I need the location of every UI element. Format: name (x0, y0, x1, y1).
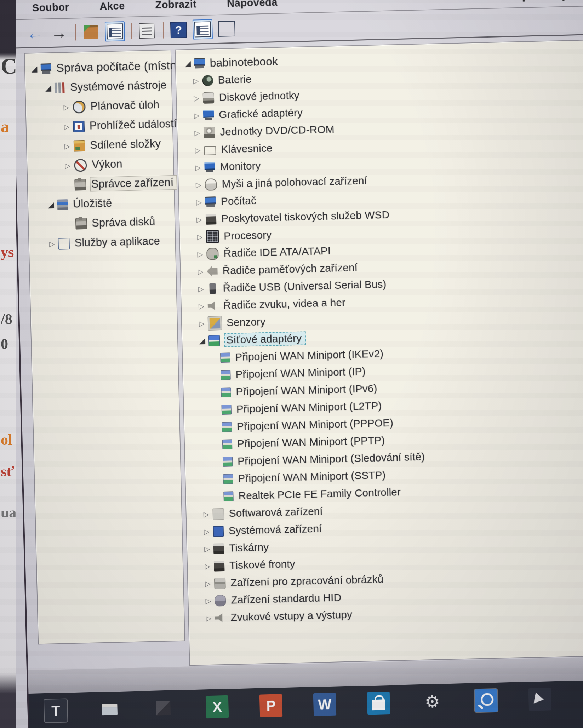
tree-item[interactable]: ◢Systémové nástroje (25, 75, 172, 98)
properties-button[interactable] (137, 21, 157, 41)
menu-soubor[interactable]: Soubor (32, 1, 69, 13)
expander-collapsed-icon[interactable]: ▷ (195, 302, 208, 310)
menu-zobrazit[interactable]: Zobrazit (155, 0, 197, 11)
tree-item-label[interactable]: Připojení WAN Miniport (SSTP) (237, 469, 389, 485)
expander-collapsed-icon[interactable]: ▷ (61, 161, 74, 170)
tree-item-label[interactable]: Počítač (220, 194, 259, 208)
tree-item-label[interactable]: Zařízení standardu HID (230, 591, 344, 607)
tree-item[interactable]: Správce zařízení (28, 173, 174, 196)
tree-item[interactable]: ▷Výkon (27, 153, 173, 176)
tree-item-label[interactable]: Sdílené složky (89, 137, 164, 153)
tree-item-label[interactable]: Monitory (219, 159, 264, 173)
taskbar-file-explorer[interactable] (98, 698, 121, 721)
expander-collapsed-icon[interactable]: ▷ (200, 510, 213, 518)
expander-collapsed-icon[interactable]: ▷ (194, 267, 207, 276)
tree-item-label[interactable]: Připojení WAN Miniport (L2TP) (235, 399, 384, 416)
taskbar-word[interactable]: W (313, 693, 336, 716)
expander-collapsed-icon[interactable]: ▷ (195, 319, 208, 328)
expander-collapsed-icon[interactable]: ▷ (201, 579, 215, 588)
taskbar-store[interactable] (367, 692, 390, 715)
expander-collapsed-icon[interactable]: ▷ (194, 250, 207, 258)
tree-item-label[interactable]: Systémová zařízení (228, 522, 325, 537)
expander-collapsed-icon[interactable]: ▷ (192, 163, 205, 172)
taskbar-powerpoint[interactable]: P (259, 694, 282, 717)
expander-collapsed-icon[interactable]: ▷ (60, 103, 73, 111)
expander-collapsed-icon[interactable]: ▷ (190, 111, 204, 120)
tree-item-label[interactable]: Připojení WAN Miniport (IPv6) (235, 382, 380, 399)
forward-button[interactable]: → (49, 23, 69, 43)
tree-item-label[interactable]: Řadiče USB (Universal Serial Bus) (222, 278, 389, 295)
expander-collapsed-icon[interactable]: ▷ (202, 596, 215, 605)
tree-item-label[interactable]: Diskové jednotky (218, 89, 303, 104)
expander-expanded-icon[interactable]: ◢ (181, 59, 194, 68)
tree-item-label[interactable]: Výkon (91, 157, 125, 172)
menu-akce[interactable]: Akce (99, 0, 125, 12)
tree-item[interactable]: ▷Sdílené složky (27, 134, 173, 157)
tree-item-label[interactable]: Řadiče paměťových zařízení (222, 261, 360, 277)
expander-collapsed-icon[interactable]: ▷ (191, 145, 204, 154)
taskbar-search[interactable] (475, 689, 498, 712)
menu-napoveda[interactable]: Nápověda (227, 0, 278, 9)
tree-item-label[interactable]: Grafické adaptéry (218, 106, 306, 121)
tree-item-label[interactable]: Připojení WAN Miniport (IKEv2) (234, 347, 387, 364)
expander-expanded-icon[interactable]: ◢ (28, 64, 41, 74)
tree-item-label[interactable]: Řadiče IDE ATA/ATAPI (223, 244, 334, 260)
tree-item[interactable]: ◢Úložiště (28, 192, 174, 215)
expander-collapsed-icon[interactable]: ▷ (190, 93, 203, 102)
expander-expanded-icon[interactable]: ◢ (42, 83, 55, 93)
tree-item-label[interactable]: Tiskárny (228, 541, 272, 555)
tree-item-label[interactable]: Služby a aplikace (74, 234, 163, 250)
tree-item-label[interactable]: Systémové nástroje (69, 78, 170, 94)
tree-item-label[interactable]: Myši a jiná polohovací zařízení (221, 174, 370, 191)
tree-item-label[interactable]: babinotebook (209, 54, 281, 70)
expander-collapsed-icon[interactable]: ▷ (201, 544, 214, 553)
expander-collapsed-icon[interactable]: ▷ (61, 142, 74, 150)
device-tree-panel[interactable]: ◢babinotebook▷Baterie▷Diskové jednotky▷G… (175, 39, 583, 666)
tree-item[interactable]: ▷Prohlížeč událostí (26, 114, 172, 137)
tree-item-label[interactable]: Řadiče zvuku, videa a her (222, 296, 348, 312)
tree-item-label[interactable]: Baterie (217, 73, 255, 87)
tree-item-label[interactable]: Poskytovatel tiskových služeb WSD (221, 208, 393, 225)
tree-item-label[interactable]: Správa počítače (místní) (55, 58, 186, 76)
expander-collapsed-icon[interactable]: ▷ (192, 180, 205, 189)
back-button[interactable]: ← (25, 23, 45, 43)
export-list-button[interactable] (81, 22, 101, 42)
expander-collapsed-icon[interactable]: ▷ (202, 614, 215, 623)
tree-item-label[interactable]: Senzory (226, 315, 269, 329)
tree-item-label[interactable]: Správce zařízení (90, 175, 177, 192)
tree-item-label[interactable]: Tiskové fronty (229, 557, 298, 572)
tree-item-label[interactable]: Připojení WAN Miniport (PPPOE) (236, 416, 396, 433)
expander-collapsed-icon[interactable]: ▷ (200, 527, 213, 536)
expander-collapsed-icon[interactable]: ▷ (194, 284, 207, 293)
taskbar-pen-pointer[interactable] (528, 688, 551, 711)
expander-collapsed-icon[interactable]: ▷ (191, 128, 204, 137)
tree-item-label[interactable]: Připojení WAN Miniport (Sledování sítě) (237, 450, 428, 468)
tree-item-label[interactable]: Zařízení pro zpracování obrázků (230, 573, 387, 589)
expander-collapsed-icon[interactable]: ▷ (193, 232, 206, 241)
tree-item[interactable]: ▷Služby a aplikace (29, 231, 175, 254)
tree-item-label[interactable]: Realtek PCIe FE Family Controller (238, 486, 404, 503)
taskbar-app-cube[interactable] (152, 697, 175, 720)
tree-item-label[interactable]: Úložiště (72, 196, 115, 211)
standard-view-button[interactable] (193, 19, 213, 39)
console-tree-panel[interactable]: ◢Správa počítače (místní)◢Systémové nást… (24, 50, 185, 644)
help-button[interactable]: ? (168, 20, 189, 40)
tree-item[interactable]: ◢Správa počítače (místní) (25, 56, 171, 79)
taskbar-settings[interactable]: ⚙ (421, 690, 444, 713)
tree-item[interactable]: ▷Plánovač úloh (26, 95, 172, 118)
tree-item-label[interactable]: Plánovač úloh (90, 98, 162, 114)
expander-collapsed-icon[interactable]: ▷ (193, 197, 206, 206)
tree-item-label[interactable]: Jednotky DVD/CD-ROM (219, 123, 337, 139)
expander-collapsed-icon[interactable]: ▷ (201, 562, 214, 571)
expander-collapsed-icon[interactable]: ▷ (190, 76, 203, 85)
tree-item-label[interactable]: Síťové adaptéry (224, 331, 306, 347)
tree-item-label[interactable]: Správa disků (91, 215, 158, 230)
device-view-button[interactable] (217, 19, 237, 39)
tree-item-label[interactable]: Připojení WAN Miniport (IP) (235, 365, 368, 381)
tree-item-label[interactable]: Softwarová zařízení (228, 505, 326, 520)
tree-item-label[interactable]: Připojení WAN Miniport (PPTP) (236, 434, 388, 451)
tree-item-label[interactable]: Prohlížeč událostí (88, 117, 179, 133)
taskbar-app-t[interactable]: T (44, 699, 67, 722)
expander-collapsed-icon[interactable]: ▷ (61, 122, 74, 131)
tree-item[interactable]: Správa disků (29, 212, 175, 235)
